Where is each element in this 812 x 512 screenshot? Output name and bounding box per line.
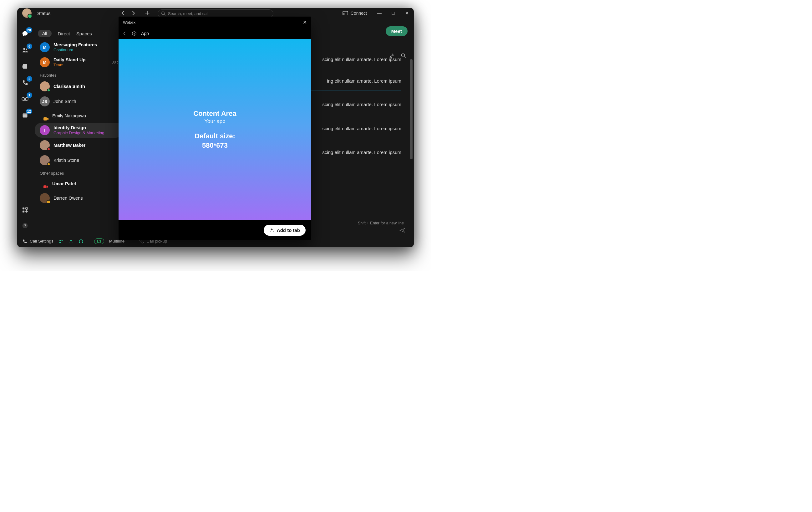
row-subtitle: Team xyxy=(54,63,85,67)
list-item[interactable]: M Messaging Features Continuum xyxy=(35,40,123,55)
filter-spaces[interactable]: Spaces xyxy=(76,31,92,36)
default-size-value: 580*673 xyxy=(202,141,228,150)
connect-button[interactable]: Connect xyxy=(343,11,367,16)
conversation-list: M Messaging Features Continuum M Daily S… xyxy=(33,40,125,206)
add-to-tab-button[interactable]: Add to tab xyxy=(264,225,306,236)
rail-calendar[interactable]: 12 xyxy=(21,111,29,119)
list-item-selected[interactable]: I Identity Design Graphic Design & Marke… xyxy=(35,123,123,138)
badge-calendar: 12 xyxy=(26,109,32,114)
search-icon xyxy=(161,11,166,16)
row-subtitle: Continuum xyxy=(54,48,97,52)
badge-calls: 2 xyxy=(27,76,32,82)
window-close-button[interactable]: ✕ xyxy=(403,11,411,16)
scrollbar[interactable] xyxy=(410,59,412,202)
modal-back-icon[interactable] xyxy=(123,32,126,35)
connect-label: Connect xyxy=(351,11,367,16)
call-settings-button[interactable]: Call Settings xyxy=(22,239,54,244)
avatar xyxy=(40,81,50,91)
svg-point-9 xyxy=(25,97,28,100)
filter-all[interactable]: All xyxy=(38,30,52,37)
sidebar: All Direct Spaces M Messaging Features C… xyxy=(33,26,125,233)
nav-back-icon[interactable] xyxy=(121,11,125,15)
modal-title: Webex xyxy=(123,20,136,25)
status-label[interactable]: Status xyxy=(37,11,51,16)
lock-icon xyxy=(47,200,50,204)
presence-icon xyxy=(47,147,50,151)
rail-teams[interactable]: 6 xyxy=(21,46,29,54)
row-title: Clarissa Smith xyxy=(54,84,85,89)
svg-rect-26 xyxy=(82,241,83,243)
sparkle-icon xyxy=(269,228,274,232)
compose-hint: Shift + Enter for a new line xyxy=(358,221,404,225)
avatar: JS xyxy=(40,96,50,106)
rail-help[interactable]: ? xyxy=(21,222,29,230)
svg-rect-6 xyxy=(23,66,23,67)
rail-apps[interactable] xyxy=(21,206,29,214)
row-title: Messaging Features xyxy=(54,42,97,47)
app-window: Status Search, meet, and call Connect — … xyxy=(17,8,414,247)
rail-calls[interactable]: 2 xyxy=(21,79,29,87)
avatar: M xyxy=(40,42,50,52)
svg-point-28 xyxy=(270,231,270,231)
list-item[interactable]: M Daily Stand Up Team 00 : xyxy=(35,55,123,70)
svg-rect-14 xyxy=(23,207,24,209)
svg-rect-19 xyxy=(44,117,47,120)
line-badge[interactable]: L1 xyxy=(94,238,104,244)
window-controls: — □ ✕ xyxy=(375,11,411,16)
avatar xyxy=(40,140,50,150)
apps-icon xyxy=(22,207,28,213)
svg-point-23 xyxy=(61,240,62,241)
row-title: Emily Nakagawa xyxy=(52,113,86,118)
list-item[interactable]: Umar Patel xyxy=(35,177,123,191)
row-title: John Smith xyxy=(54,99,76,104)
list-item[interactable]: Kristin Stone xyxy=(35,153,123,168)
queue-icon[interactable] xyxy=(68,239,74,244)
badge-voicemail: 1 xyxy=(27,92,32,98)
svg-rect-4 xyxy=(23,64,27,69)
maximize-button[interactable]: □ xyxy=(389,11,398,16)
section-other: Other spaces xyxy=(33,168,125,177)
list-item[interactable]: Darren Owens xyxy=(35,191,123,206)
rail-contacts[interactable] xyxy=(21,62,29,70)
minimize-button[interactable]: — xyxy=(375,11,384,16)
svg-rect-15 xyxy=(26,207,28,209)
contacts-icon xyxy=(22,63,28,69)
svg-point-22 xyxy=(59,240,61,241)
scroll-thumb[interactable] xyxy=(410,59,412,159)
new-button[interactable] xyxy=(145,11,150,16)
row-subtitle: Graphic Design & Marketing xyxy=(54,131,105,135)
self-avatar[interactable] xyxy=(22,8,32,18)
meet-button[interactable]: Meet xyxy=(386,26,408,36)
modal-app-label: App xyxy=(141,31,149,36)
modal-close-button[interactable]: ✕ xyxy=(303,20,307,25)
recording-icon xyxy=(44,117,49,121)
nav-rail: 20 6 2 1 12 xyxy=(17,27,33,233)
avatar xyxy=(40,155,50,165)
list-item[interactable]: Clarissa Smith xyxy=(35,79,123,94)
svg-rect-12 xyxy=(24,113,24,114)
list-item[interactable]: Emily Nakagawa xyxy=(35,109,123,123)
svg-point-27 xyxy=(273,231,274,232)
svg-rect-5 xyxy=(23,65,23,66)
send-icon[interactable] xyxy=(400,228,405,233)
list-item[interactable]: Matthew Baker xyxy=(35,138,123,153)
list-item[interactable]: JS John Smith xyxy=(35,94,123,109)
hunt-group-icon[interactable] xyxy=(58,239,63,244)
svg-point-3 xyxy=(26,49,27,50)
headset-icon[interactable] xyxy=(79,239,84,244)
badge-teams: 6 xyxy=(27,44,32,49)
avatar: M xyxy=(40,57,50,67)
modal-content-area: Content Area Your app Default size: 580*… xyxy=(119,39,311,220)
rail-voicemail[interactable]: 1 xyxy=(21,95,29,103)
rail-messaging[interactable]: 20 xyxy=(21,30,29,38)
cube-icon xyxy=(132,31,137,36)
content-title: Content Area xyxy=(193,110,236,118)
modal-titlebar: Webex ✕ xyxy=(119,17,311,28)
section-favorites: Favorites xyxy=(33,70,125,79)
add-to-tab-label: Add to tab xyxy=(277,228,300,233)
filter-direct[interactable]: Direct xyxy=(58,31,70,36)
row-title: Umar Patel xyxy=(52,181,76,186)
svg-point-24 xyxy=(70,240,71,241)
row-title: Kristin Stone xyxy=(54,158,79,163)
nav-forward-icon[interactable] xyxy=(132,11,136,15)
